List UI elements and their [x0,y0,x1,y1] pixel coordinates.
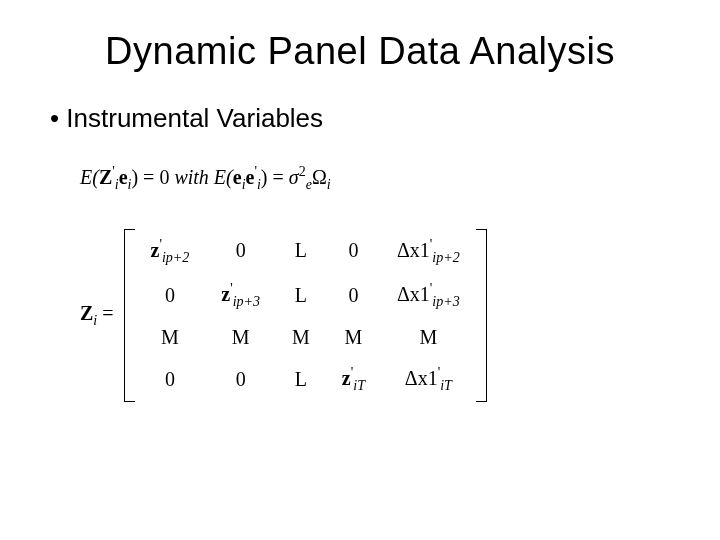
m-r4-z: z [342,367,351,389]
m-r4-zs: iT [353,378,365,393]
eq-with: with [169,166,213,188]
eq-sigma-sup: 2 [299,164,306,179]
bullet-instrumental-variables: Instrumental Variables [50,103,680,134]
eq-e-open-1: E( [80,166,99,188]
eq-omega-sub: i [327,177,331,192]
matrix-row-2: 0 z'ip+3 L 0 Δx1'ip+3 [135,273,476,318]
m-r3-c5: M [381,318,476,357]
eq-e-sym-2: e [233,166,242,188]
matrix-lhs: Zi = [80,302,114,329]
m-r2-c1: 0 [135,273,206,318]
m-r1-dx: Δx1 [397,238,430,260]
matrix-bracket-right [476,229,487,402]
m-r4-c2: 0 [205,357,276,402]
matrix-eq-sign: = [97,302,113,324]
m-r4-dxs: iT [440,378,452,393]
m-r3-c2: M [205,318,276,357]
matrix-body: z'ip+2 0 L 0 Δx1'ip+2 0 z'ip+3 L 0 Δx1'i… [135,229,476,402]
m-r2-c3: L [276,273,326,318]
matrix-row-1: z'ip+2 0 L 0 Δx1'ip+2 [135,229,476,274]
eq-z-sym: Z [99,166,112,188]
m-r2-c4: 0 [326,273,381,318]
equation-moment-condition: E(Z'iei) = 0 with E(eie'i) = σ2eΩi [80,164,680,193]
m-r1-c3: L [276,229,326,274]
eq-omega: Ω [312,166,327,188]
m-r4-c1: 0 [135,357,206,402]
m-r2-zs: ip+3 [233,294,260,309]
eq-e-open-2: E( [214,166,233,188]
m-r4-dx: Δx1 [405,367,438,389]
m-r1-zs: ip+2 [162,249,189,264]
m-r3-c4: M [326,318,381,357]
eq-e-sym-1: e [119,166,128,188]
m-r4-c3: L [276,357,326,402]
m-r3-c1: M [135,318,206,357]
matrix-row-4: 0 0 L z'iT Δx1'iT [135,357,476,402]
eq-close-zero: ) = 0 [131,166,169,188]
m-r2-dxs: ip+3 [432,294,459,309]
matrix-bracket-left [124,229,135,402]
m-r3-c3: M [276,318,326,357]
eq-sigma: σ [289,166,299,188]
m-r2-z: z [221,283,230,305]
eq-close: ) = [261,166,289,188]
instrument-matrix: Zi = z'ip+2 0 L 0 Δx1'ip+2 0 z'ip+3 L 0 … [80,229,680,402]
m-r1-c2: 0 [205,229,276,274]
matrix-lhs-z: Z [80,302,93,324]
matrix-row-3: M M M M M [135,318,476,357]
slide-title: Dynamic Panel Data Analysis [40,30,680,73]
m-r1-c4: 0 [326,229,381,274]
m-r1-dxs: ip+2 [432,249,459,264]
m-r2-dx: Δx1 [397,283,430,305]
